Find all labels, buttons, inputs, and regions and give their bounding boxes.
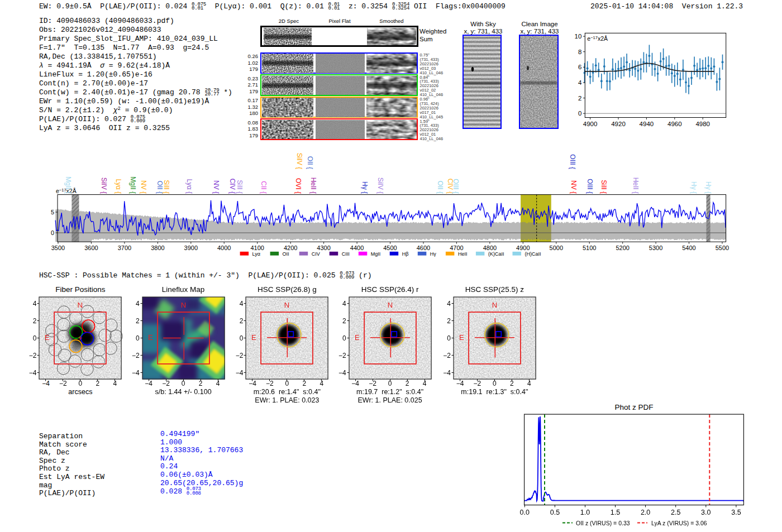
svg-text:5000: 5000	[550, 245, 563, 251]
svg-text:Hγ {: Hγ {	[704, 181, 712, 194]
svg-text:CII {: CII {	[260, 181, 268, 194]
svg-text:N: N	[492, 301, 497, 309]
svg-text:4900: 4900	[583, 121, 598, 127]
svg-text:4980: 4980	[695, 121, 710, 127]
svg-text:OII z (VIRUS) = 0.33: OII z (VIRUS) = 0.33	[576, 520, 630, 526]
svg-text:OII {: OII {	[156, 181, 164, 194]
svg-text:3900: 3900	[184, 245, 198, 251]
svg-text:E: E	[45, 334, 50, 342]
svg-text:5: 5	[51, 209, 54, 215]
svg-text:MgII: MgII	[371, 251, 381, 257]
svg-text:MgII {: MgII {	[64, 176, 72, 194]
svg-text:NV {: NV {	[140, 180, 147, 194]
svg-text:CIV {: CIV {	[228, 179, 236, 194]
svg-text:NV {: NV {	[570, 180, 578, 194]
svg-text:0: 0	[578, 110, 581, 117]
svg-text:OII: OII	[283, 251, 289, 257]
svg-text:4940: 4940	[640, 121, 654, 127]
svg-text:Hβ: Hβ	[402, 251, 409, 257]
svg-text:4600: 4600	[417, 245, 430, 251]
svg-text:5200: 5200	[616, 245, 629, 251]
svg-text:OII {: OII {	[436, 181, 444, 194]
svg-text:N: N	[284, 301, 289, 309]
svg-text:3500: 3500	[51, 245, 65, 251]
svg-text:Lyα {: Lyα {	[115, 179, 122, 194]
svg-text:3700: 3700	[118, 245, 131, 251]
svg-text:5500: 5500	[716, 245, 729, 251]
svg-text:10: 10	[575, 33, 582, 40]
svg-text:4000: 4000	[217, 245, 231, 251]
svg-text:Lyα {: Lyα {	[185, 179, 193, 194]
svg-text:Lyα: Lyα	[252, 251, 260, 257]
svg-text:SiIV {: SiIV {	[295, 153, 303, 169]
svg-text:N: N	[180, 301, 185, 309]
svg-text:E: E	[459, 334, 464, 342]
svg-text:3.5: 3.5	[731, 509, 741, 516]
svg-text:3600: 3600	[84, 245, 98, 251]
svg-text:LyA z (VIRUS) = 3.06: LyA z (VIRUS) = 3.06	[651, 520, 707, 526]
svg-text:(K)CaII: (K)CaII	[488, 251, 504, 257]
svg-text:4800: 4800	[483, 245, 497, 251]
svg-text:4400: 4400	[350, 245, 364, 251]
svg-text:HeII {: HeII {	[632, 178, 640, 194]
svg-text:CIV: CIV	[312, 251, 320, 257]
svg-text:MgII {: MgII {	[129, 176, 137, 194]
svg-text:2.0: 2.0	[641, 509, 650, 516]
svg-text:5100: 5100	[583, 245, 596, 251]
svg-text:CIII: CIII	[342, 251, 350, 257]
svg-text:Hγ: Hγ	[430, 251, 436, 257]
svg-text:5300: 5300	[649, 245, 662, 251]
svg-text:SiII {: SiII {	[236, 180, 244, 194]
svg-text:0.0: 0.0	[520, 509, 530, 516]
svg-text:SiIV {: SiIV {	[376, 178, 384, 194]
svg-text:SiIV {: SiIV {	[100, 178, 108, 194]
svg-text:OIII {: OIII {	[586, 179, 594, 194]
svg-text:Hγ {: Hγ {	[690, 181, 698, 194]
svg-text:3.0: 3.0	[701, 509, 711, 516]
svg-text:4500: 4500	[383, 245, 397, 251]
svg-text:0.5: 0.5	[550, 509, 560, 516]
svg-text:3800: 3800	[151, 245, 164, 251]
svg-text:4960: 4960	[667, 121, 682, 127]
svg-text:8: 8	[578, 49, 581, 55]
svg-text:4920: 4920	[611, 121, 626, 127]
svg-text:E: E	[355, 334, 360, 342]
svg-text:4100: 4100	[250, 245, 264, 251]
svg-text:4900: 4900	[516, 245, 530, 251]
svg-text:SiII {: SiII {	[600, 180, 608, 194]
svg-text:OIII {: OIII {	[569, 154, 576, 169]
svg-text:4: 4	[578, 79, 582, 86]
svg-text:OIII {: OIII {	[452, 179, 460, 194]
svg-text:1.5: 1.5	[611, 509, 620, 516]
svg-text:N: N	[387, 301, 392, 309]
svg-text:4200: 4200	[284, 245, 297, 251]
svg-text:4300: 4300	[317, 245, 330, 251]
svg-text:HeII: HeII	[458, 251, 468, 257]
svg-text:E: E	[148, 334, 153, 342]
svg-text:6: 6	[578, 64, 581, 70]
svg-text:N: N	[78, 301, 83, 309]
svg-text:E: E	[251, 334, 256, 342]
svg-text:OII {: OII {	[306, 156, 314, 169]
svg-text:2.5: 2.5	[671, 509, 680, 516]
svg-text:e−17x2Å: e−17x2Å	[587, 35, 608, 42]
svg-text:0: 0	[51, 229, 54, 236]
svg-text:4700: 4700	[450, 245, 463, 251]
svg-text:NV {: NV {	[212, 180, 220, 194]
svg-text:OVI {: OVI {	[294, 178, 302, 194]
svg-text:1.0: 1.0	[580, 509, 590, 516]
svg-text:SiII {: SiII {	[163, 180, 170, 194]
svg-text:Hγ {: Hγ {	[361, 181, 369, 194]
svg-text:2: 2	[578, 95, 581, 102]
svg-text:(H)CaII: (H)CaII	[525, 251, 541, 257]
svg-text:5400: 5400	[682, 245, 695, 251]
svg-text:HeII {: HeII {	[309, 178, 317, 194]
